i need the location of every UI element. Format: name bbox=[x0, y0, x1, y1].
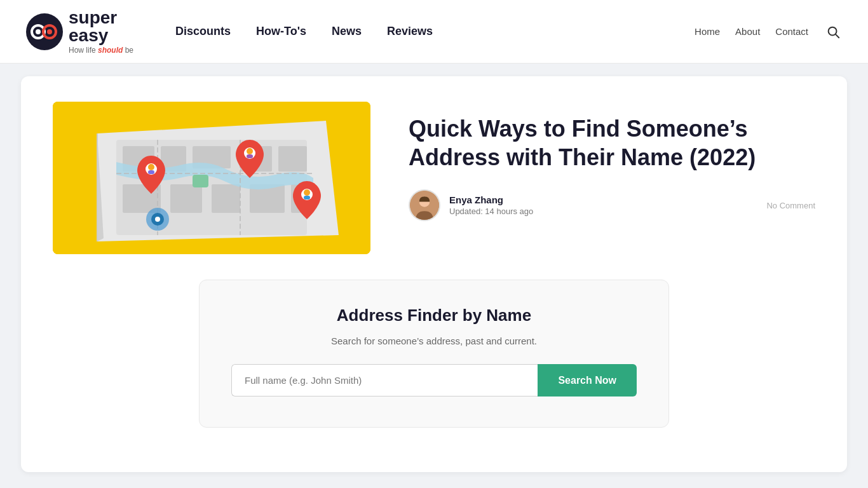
search-button[interactable] bbox=[824, 22, 843, 41]
article-meta: Quick Ways to Find Someone’s Address wit… bbox=[409, 102, 815, 221]
svg-point-26 bbox=[148, 164, 154, 170]
author-info: Enya Zhang Updated: 14 hours ago bbox=[449, 194, 757, 216]
widget-section: Address Finder by Name Search for someon… bbox=[199, 280, 669, 428]
logo-tagline-em: should bbox=[98, 46, 123, 55]
logo-tagline: How life should be bbox=[69, 46, 133, 55]
name-search-input[interactable] bbox=[231, 364, 538, 396]
search-now-button[interactable]: Search Now bbox=[538, 364, 637, 396]
widget-description: Search for someone’s address, past and c… bbox=[231, 336, 637, 346]
svg-line-6 bbox=[836, 34, 839, 37]
main-nav: Discounts How-To's News Reviews bbox=[165, 20, 695, 43]
logo-link[interactable]: super easy How life should be bbox=[25, 9, 133, 55]
widget-box: Address Finder by Name Search for someon… bbox=[199, 280, 669, 428]
nav-about[interactable]: About bbox=[735, 26, 760, 37]
right-nav: Home About Contact bbox=[695, 22, 843, 41]
logo-super: super bbox=[69, 8, 117, 27]
site-header: super easy How life should be Discounts … bbox=[0, 0, 868, 64]
svg-point-4 bbox=[47, 29, 52, 34]
nav-reviews[interactable]: Reviews bbox=[377, 20, 443, 43]
nav-contact[interactable]: Contact bbox=[775, 26, 808, 37]
map-illustration bbox=[53, 102, 370, 254]
nav-howtos[interactable]: How-To's bbox=[246, 20, 316, 43]
author-avatar-image bbox=[410, 191, 439, 220]
main-container: Quick Ways to Find Someone’s Address wit… bbox=[21, 76, 847, 472]
author-updated: Updated: 14 hours ago bbox=[449, 207, 757, 216]
nav-news[interactable]: News bbox=[322, 20, 372, 43]
nav-discounts[interactable]: Discounts bbox=[165, 20, 241, 43]
logo-text: super easy How life should be bbox=[69, 9, 133, 55]
article-title: Quick Ways to Find Someone’s Address wit… bbox=[409, 114, 815, 172]
svg-point-29 bbox=[247, 148, 253, 154]
svg-rect-18 bbox=[212, 184, 240, 213]
article-image bbox=[53, 102, 370, 254]
svg-rect-15 bbox=[278, 146, 307, 172]
search-icon bbox=[826, 25, 840, 39]
svg-rect-33 bbox=[304, 196, 310, 200]
logo-easy: easy bbox=[69, 25, 108, 45]
widget-form: Search Now bbox=[231, 364, 637, 396]
nav-home[interactable]: Home bbox=[695, 26, 720, 37]
article-header: Quick Ways to Find Someone’s Address wit… bbox=[53, 102, 815, 254]
svg-rect-27 bbox=[148, 170, 154, 174]
svg-rect-21 bbox=[193, 175, 208, 187]
logo-icon bbox=[25, 13, 64, 51]
no-comment: No Comment bbox=[766, 201, 815, 210]
svg-point-2 bbox=[36, 29, 41, 34]
author-avatar bbox=[409, 189, 440, 221]
svg-rect-30 bbox=[247, 154, 253, 158]
svg-point-36 bbox=[155, 217, 160, 222]
author-row: Enya Zhang Updated: 14 hours ago No Comm… bbox=[409, 189, 815, 221]
widget-title: Address Finder by Name bbox=[231, 306, 637, 325]
svg-point-32 bbox=[304, 189, 310, 196]
svg-rect-17 bbox=[170, 184, 202, 213]
author-name: Enya Zhang bbox=[449, 194, 757, 205]
